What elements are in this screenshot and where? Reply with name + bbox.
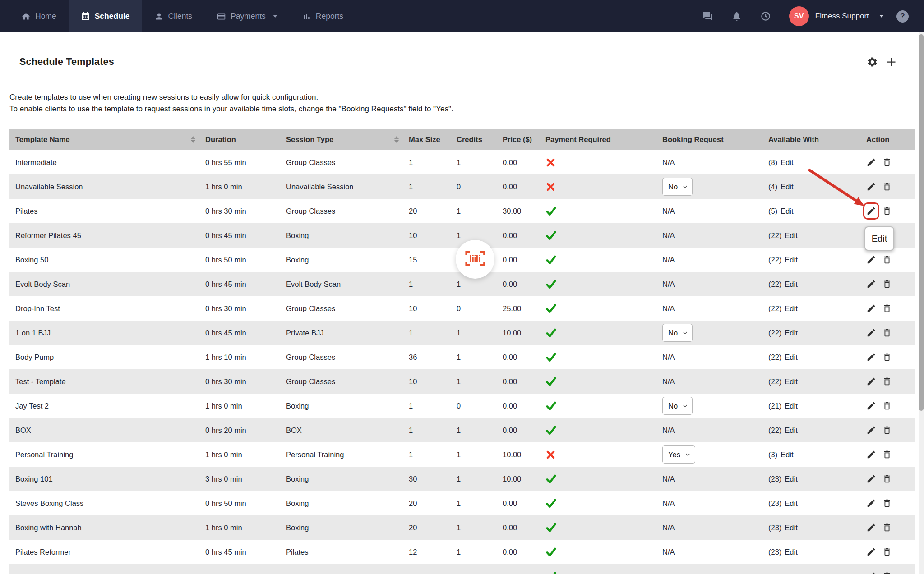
edit-pencil-button[interactable] xyxy=(866,377,876,386)
column-header-label: Payment Required xyxy=(545,135,611,144)
edit-pencil-button[interactable] xyxy=(866,401,876,411)
delete-trash-button[interactable] xyxy=(882,474,892,484)
available-with-edit-link[interactable]: Edit xyxy=(785,499,797,508)
available-with-edit-link[interactable]: Edit xyxy=(781,207,793,216)
delete-trash-button[interactable] xyxy=(882,206,892,216)
edit-pencil-button[interactable] xyxy=(866,303,876,313)
nav-item-label: Home xyxy=(35,12,56,21)
nav-item-payments[interactable]: Payments xyxy=(204,0,290,32)
delete-trash-button[interactable] xyxy=(882,523,892,533)
available-with-edit-link[interactable]: Edit xyxy=(785,548,797,556)
delete-trash-button[interactable] xyxy=(882,547,892,557)
sort-icon[interactable] xyxy=(191,136,195,143)
gear-icon[interactable] xyxy=(867,56,878,68)
available-with-edit-link[interactable]: Edit xyxy=(785,377,797,386)
available-with-edit-link[interactable]: Edit xyxy=(785,353,797,362)
session-type: BOX xyxy=(286,426,302,435)
help-icon[interactable]: ? xyxy=(896,10,909,23)
nav-item-schedule[interactable]: Schedule xyxy=(69,0,142,32)
available-with-edit-link[interactable]: Edit xyxy=(785,256,797,264)
available-with-edit-link[interactable]: Edit xyxy=(785,402,797,410)
edit-pencil-button[interactable] xyxy=(866,352,876,362)
column-header-template-name[interactable]: Template Name xyxy=(9,129,199,150)
nav-item-reports[interactable]: Reports xyxy=(290,0,356,32)
avatar[interactable]: SV xyxy=(789,6,809,26)
edit-pencil-button[interactable] xyxy=(866,255,876,265)
booking-request-value: No xyxy=(668,329,678,337)
booking-request-select[interactable]: No xyxy=(662,397,693,415)
delete-trash-button[interactable] xyxy=(882,425,892,435)
scrollbar-thumb[interactable] xyxy=(919,34,924,411)
booking-request-select[interactable]: No xyxy=(662,178,693,196)
booking-request-value: N/A xyxy=(662,304,675,313)
template-name: Boxing 101 xyxy=(15,475,53,483)
delete-trash-button[interactable] xyxy=(882,328,892,338)
scrollbar[interactable] xyxy=(919,32,924,574)
edit-pencil-button[interactable] xyxy=(866,157,876,167)
column-header-session-type[interactable]: Session Type xyxy=(280,129,402,150)
edit-pencil-button[interactable] xyxy=(866,498,876,508)
edit-pencil-button[interactable] xyxy=(866,279,876,289)
nav-item-clients[interactable]: Clients xyxy=(142,0,205,32)
max-size: 1 xyxy=(409,329,413,337)
nav-item-home[interactable]: Home xyxy=(9,0,69,32)
edit-pencil-button[interactable] xyxy=(866,474,876,484)
column-header-max-size: Max Size xyxy=(402,129,450,150)
edit-pencil-button[interactable] xyxy=(866,571,876,574)
max-size: 30 xyxy=(409,475,417,483)
delete-trash-button[interactable] xyxy=(882,157,892,167)
available-with-count: (21) xyxy=(768,402,781,410)
edit-pencil-button[interactable] xyxy=(866,523,876,533)
edit-pencil-button[interactable] xyxy=(866,182,876,192)
table-row: Steves Boxing Class0 hrs 50 minBoxing201… xyxy=(9,491,915,515)
delete-trash-button[interactable] xyxy=(882,571,892,574)
delete-trash-button[interactable] xyxy=(882,279,892,289)
annotation-highlight-box xyxy=(863,202,879,220)
column-header-booking-request: Booking Request xyxy=(656,129,762,150)
edit-pencil-button[interactable] xyxy=(866,425,876,435)
available-with-edit-link[interactable]: Edit xyxy=(785,475,797,483)
available-with-edit-link[interactable]: Edit xyxy=(785,329,797,337)
duration: 0 hrs 50 min xyxy=(205,499,246,508)
table-row: 1 on 1 BJJ0 hrs 45 minPrivate BJJ1110.00… xyxy=(9,321,915,345)
delete-trash-button[interactable] xyxy=(882,377,892,386)
session-type: Group Classes xyxy=(286,207,335,216)
available-with-edit-link[interactable]: Edit xyxy=(781,158,793,167)
add-template-plus-icon[interactable] xyxy=(885,56,897,68)
notifications-bell-icon[interactable] xyxy=(731,11,742,22)
available-with-edit-link[interactable]: Edit xyxy=(785,280,797,289)
barcode-scan-widget[interactable] xyxy=(456,240,494,279)
column-header-available-with: Available With xyxy=(762,129,860,150)
history-clock-icon[interactable] xyxy=(760,11,771,22)
available-with-edit-link[interactable]: Edit xyxy=(785,231,797,240)
delete-trash-button[interactable] xyxy=(882,182,892,192)
payment-required-cross-icon xyxy=(545,182,556,192)
delete-trash-button[interactable] xyxy=(882,498,892,508)
edit-pencil-button[interactable] xyxy=(866,450,876,459)
available-with-edit-link[interactable]: Edit xyxy=(785,304,797,313)
max-size: 1 xyxy=(409,450,413,459)
available-with-count: (23) xyxy=(768,523,781,532)
booking-request-select[interactable]: No xyxy=(662,324,693,342)
available-with-edit-link[interactable]: Edit xyxy=(785,523,797,532)
edit-pencil-button[interactable] xyxy=(866,328,876,338)
chat-icon[interactable] xyxy=(702,11,713,22)
max-size: 20 xyxy=(409,207,417,216)
booking-request-select[interactable]: Yes xyxy=(662,445,695,464)
edit-pencil-button[interactable] xyxy=(866,547,876,557)
delete-trash-button[interactable] xyxy=(882,255,892,265)
available-with-edit-link[interactable]: Edit xyxy=(781,183,793,191)
user-menu-label[interactable]: Fitness Support... xyxy=(815,12,875,21)
delete-trash-button[interactable] xyxy=(882,450,892,459)
delete-trash-button[interactable] xyxy=(882,352,892,362)
payment-required-cross-icon xyxy=(545,157,556,168)
price: 0.00 xyxy=(503,280,517,289)
payment-required-check-icon xyxy=(545,571,557,574)
available-with-edit-link[interactable]: Edit xyxy=(785,426,797,435)
available-with-edit-link[interactable]: Edit xyxy=(781,450,793,459)
delete-trash-button[interactable] xyxy=(882,303,892,313)
payment-required-check-icon xyxy=(545,473,557,485)
delete-trash-button[interactable] xyxy=(882,401,892,411)
edit-pencil-button[interactable] xyxy=(866,206,876,216)
sort-icon[interactable] xyxy=(394,136,399,143)
